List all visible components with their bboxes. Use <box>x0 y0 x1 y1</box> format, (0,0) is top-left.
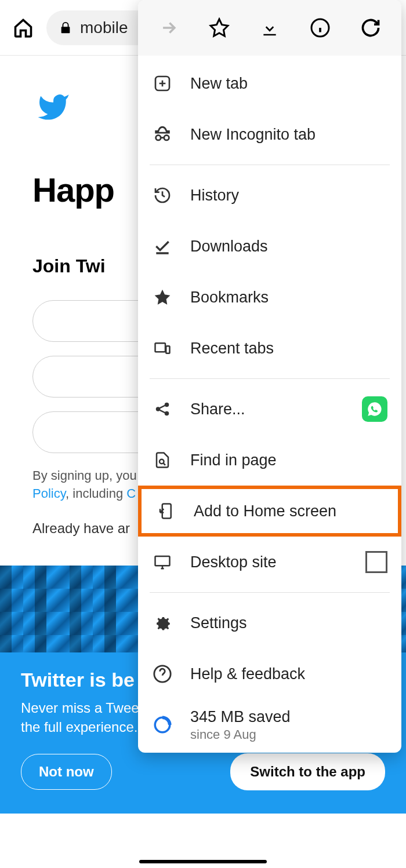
menu-find-in-page[interactable]: Find in page <box>138 435 401 486</box>
menu-downloads[interactable]: Downloads <box>138 221 401 272</box>
help-icon <box>152 663 173 684</box>
forward-icon[interactable] <box>157 16 180 39</box>
add-to-home-icon <box>155 501 176 521</box>
star-icon[interactable] <box>208 16 231 39</box>
plus-square-icon <box>152 73 173 94</box>
menu-settings[interactable]: Settings <box>138 597 401 648</box>
menu-data-saver[interactable]: 345 MB saved since 9 Aug <box>138 699 401 750</box>
svg-point-7 <box>160 459 164 464</box>
info-icon[interactable] <box>309 16 332 39</box>
menu-help-feedback[interactable]: Help & feedback <box>138 648 401 699</box>
cookie-link[interactable]: C <box>126 486 136 501</box>
desktop-site-checkbox[interactable] <box>365 551 387 573</box>
browser-overflow-menu: New tab New Incognito tab History Downlo… <box>138 0 401 753</box>
svg-rect-2 <box>155 343 166 352</box>
svg-point-6 <box>165 411 169 416</box>
home-indicator[interactable] <box>139 860 267 863</box>
url-text: mobile <box>80 19 128 37</box>
svg-rect-8 <box>162 504 171 519</box>
whatsapp-icon[interactable] <box>362 396 387 422</box>
find-in-page-icon <box>152 450 173 471</box>
svg-rect-3 <box>166 346 169 353</box>
gear-icon <box>152 612 173 633</box>
svg-point-5 <box>165 403 169 407</box>
star-filled-icon <box>152 287 173 308</box>
menu-add-to-home-screen[interactable]: Add to Home screen <box>138 486 401 537</box>
home-icon[interactable] <box>12 16 35 39</box>
menu-recent-tabs[interactable]: Recent tabs <box>138 323 401 374</box>
data-saver-icon <box>152 714 173 735</box>
menu-new-tab[interactable]: New tab <box>138 58 401 109</box>
devices-icon <box>152 338 173 359</box>
menu-toolbar <box>138 0 401 56</box>
menu-share[interactable]: Share... <box>138 384 401 435</box>
menu-history[interactable]: History <box>138 170 401 221</box>
svg-rect-9 <box>155 556 170 566</box>
history-icon <box>152 185 173 206</box>
menu-bookmarks[interactable]: Bookmarks <box>138 272 401 323</box>
switch-app-button[interactable]: Switch to the app <box>230 753 385 790</box>
menu-desktop-site[interactable]: Desktop site <box>138 537 401 588</box>
reload-icon[interactable] <box>359 16 382 39</box>
incognito-icon <box>152 124 173 145</box>
share-icon <box>152 399 173 420</box>
check-underline-icon <box>152 236 173 257</box>
not-now-button[interactable]: Not now <box>21 754 112 790</box>
lock-icon <box>59 20 72 35</box>
monitor-icon <box>152 552 173 572</box>
svg-point-4 <box>156 407 161 411</box>
menu-incognito[interactable]: New Incognito tab <box>138 109 401 160</box>
policy-link[interactable]: Policy <box>32 486 66 501</box>
download-icon[interactable] <box>258 16 281 39</box>
